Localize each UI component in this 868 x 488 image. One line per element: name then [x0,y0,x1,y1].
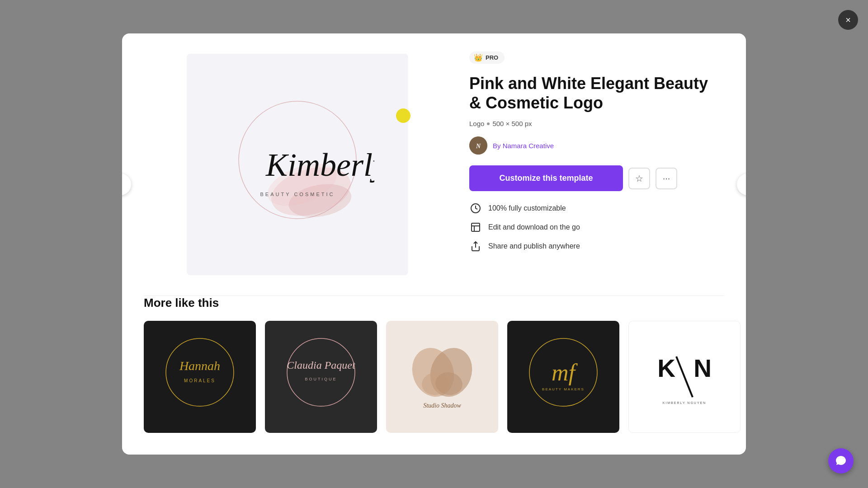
share-icon [469,240,482,253]
more-section: More like this Hannah MORALES Claudi [122,296,746,455]
avatar: N [469,136,487,155]
feature-edit: Edit and download on the go [469,221,724,234]
modal-body: Kimberly BEAUTY COSMETIC 👑 PRO Pink and … [122,33,746,296]
star-button[interactable]: ☆ [628,168,650,189]
card-content-3: Studio Shadow [386,321,498,433]
svg-text:Studio Shadow: Studio Shadow [423,402,461,409]
svg-text:BOUTIQUE: BOUTIQUE [305,377,337,381]
svg-line-28 [676,357,693,397]
pro-badge: 👑 PRO [469,52,505,64]
svg-text:BEAUTY MAKERS: BEAUTY MAKERS [542,387,585,391]
svg-point-16 [287,338,355,406]
edit-text: Edit and download on the go [488,223,580,231]
info-area: 👑 PRO Pink and White Elegant Beauty & Co… [451,52,724,277]
author-row: N By Namara Creative [469,136,724,155]
share-text: Share and publish anywhere [488,242,580,250]
template-title: Pink and White Elegant Beauty & Cosmetic… [469,74,724,113]
svg-text:N: N [693,354,712,382]
feature-customizable: 100% fully customizable [469,202,724,215]
list-item[interactable]: mf BEAUTY MAKERS [507,321,619,433]
svg-rect-9 [472,223,480,231]
template-modal: ‹ › Kimberly [122,33,746,455]
more-options-button[interactable]: ··· [656,168,677,189]
features-list: 100% fully customizable Edit and downloa… [469,202,724,253]
feature-share: Share and publish anywhere [469,240,724,253]
chat-button[interactable] [828,448,854,474]
pro-label: PRO [486,54,498,61]
more-title: More like this [144,296,724,310]
template-type: Logo [469,120,484,127]
more-grid: Hannah MORALES Claudia Paquet BOUTIQUE [144,321,724,433]
customizable-text: 100% fully customizable [488,204,566,212]
author-link[interactable]: Namara Creative [503,142,554,150]
card-content-2: Claudia Paquet BOUTIQUE [265,321,377,433]
separator [487,122,490,125]
crown-icon: 👑 [474,53,483,62]
preview-area: Kimberly BEAUTY COSMETIC [144,52,451,277]
template-dimensions: 500 × 500 px [492,120,532,127]
card-content-4: mf BEAUTY MAKERS [507,321,619,433]
list-item[interactable]: Studio Shadow [386,321,498,433]
logo-svg: Kimberly BEAUTY COSMETIC [221,88,374,241]
author-name: By Namara Creative [493,142,554,150]
svg-text:MORALES: MORALES [184,378,216,383]
svg-text:BEAUTY COSMETIC: BEAUTY COSMETIC [260,192,335,197]
svg-text:KIMBERLY NGUYEN: KIMBERLY NGUYEN [663,401,707,404]
svg-text:Kimberly: Kimberly [265,147,374,183]
svg-text:Claudia Paquet: Claudia Paquet [287,359,356,371]
close-button[interactable]: × [838,10,858,30]
edit-icon [469,221,482,234]
svg-text:K: K [657,354,675,382]
template-meta: Logo 500 × 500 px [469,120,724,127]
card-content-1: Hannah MORALES [144,321,256,433]
svg-text:Hannah: Hannah [179,359,220,373]
list-item[interactable]: Claudia Paquet BOUTIQUE [265,321,377,433]
svg-text:mf: mf [552,360,578,385]
list-item[interactable]: Hannah MORALES [144,321,256,433]
customize-button[interactable]: Customize this template [469,165,623,191]
list-item[interactable]: K N KIMBERLY NGUYEN [628,321,741,433]
action-row: Customize this template ☆ ··· [469,165,724,191]
preview-image: Kimberly BEAUTY COSMETIC [187,54,408,275]
svg-text:N: N [476,143,481,150]
customizable-icon [469,202,482,215]
card-content-5: K N KIMBERLY NGUYEN [629,321,740,432]
